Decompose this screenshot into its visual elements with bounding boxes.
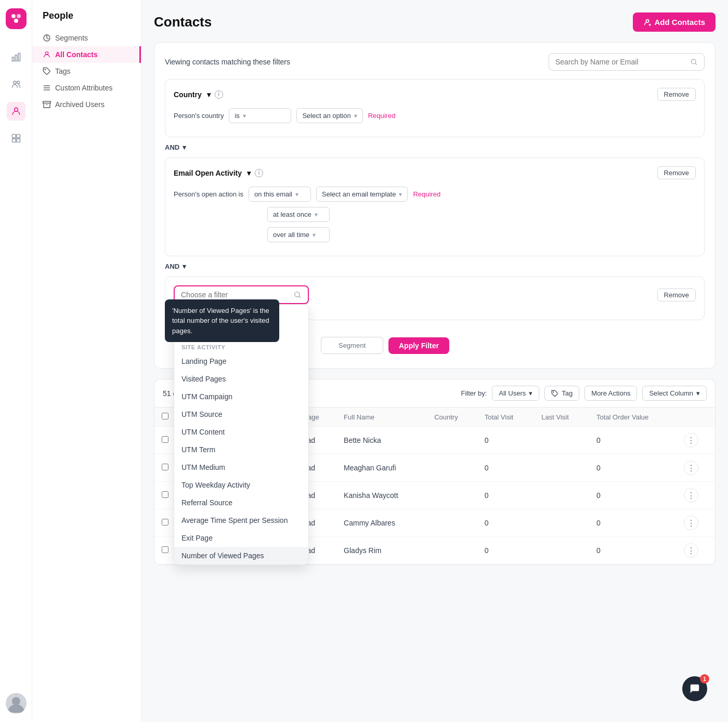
- more-actions-button[interactable]: More Actions: [584, 386, 637, 401]
- row-checkbox[interactable]: [162, 436, 168, 443]
- svg-rect-12: [16, 139, 20, 142]
- sidebar-title: People: [32, 10, 141, 30]
- col-full-name: Full Name: [336, 408, 427, 427]
- svg-line-26: [696, 63, 697, 65]
- nav-integrations-icon[interactable]: [7, 129, 25, 148]
- filter-by-label: Filter by:: [461, 389, 487, 397]
- dropdown-item-avg-time[interactable]: Average Time Spent per Session: [174, 511, 308, 529]
- nav-groups-icon[interactable]: [7, 75, 25, 94]
- filter-country-value-select[interactable]: Select an option ▾: [296, 108, 362, 123]
- row-checkbox[interactable]: [162, 491, 168, 498]
- filter-email-timeframe-select[interactable]: over all time ▾: [267, 227, 330, 242]
- filter-block-country-header: Country ▾ i Remove: [174, 88, 696, 101]
- svg-point-27: [295, 292, 300, 297]
- row-actions-button[interactable]: ⋮: [684, 543, 698, 558]
- add-contacts-button[interactable]: Add Contacts: [633, 12, 716, 32]
- svg-point-0: [11, 14, 16, 18]
- dropdown-item-top-weekday[interactable]: Top Weekday Activity: [174, 476, 308, 494]
- sidebar-item-segments[interactable]: Segments: [32, 30, 141, 46]
- col-total-order: Total Order Value: [589, 408, 677, 427]
- filter-country-row: Person's country is ▾ Select an option ▾…: [174, 108, 696, 123]
- dropdown-item-utm-content[interactable]: UTM Content: [174, 423, 308, 441]
- filter-dropdown-menu: Integrated Form Popup Form Site Activity…: [174, 304, 309, 565]
- svg-point-16: [45, 69, 45, 70]
- app-logo[interactable]: [6, 8, 27, 29]
- user-filter-select[interactable]: All Users ▾: [492, 386, 539, 401]
- dropdown-item-exit-page[interactable]: Exit Page: [174, 529, 308, 547]
- filter-area: Viewing contacts matching these filters …: [154, 42, 716, 369]
- filter-segment-button[interactable]: Segment: [321, 337, 383, 354]
- filter-new-remove-button[interactable]: Remove: [657, 288, 696, 301]
- sidebar-item-all-contacts[interactable]: All Contacts: [32, 46, 141, 63]
- sidebar-item-tags[interactable]: Tags: [32, 63, 141, 80]
- dropdown-item-utm-term[interactable]: UTM Term: [174, 441, 308, 458]
- filter-email-remove-button[interactable]: Remove: [657, 166, 696, 179]
- dropdown-item-utm-campaign[interactable]: UTM Campaign: [174, 388, 308, 405]
- row-checkbox[interactable]: [162, 519, 168, 526]
- row-checkbox[interactable]: [162, 464, 168, 470]
- dropdown-item-referral-source[interactable]: Referral Source: [174, 494, 308, 511]
- sidebar: People Segments All Contacts Tags Custom…: [32, 0, 141, 722]
- email-open-info-icon[interactable]: i: [255, 169, 263, 177]
- svg-point-7: [17, 81, 19, 84]
- select-column-button[interactable]: Select Column ▾: [642, 386, 707, 401]
- row-checkbox[interactable]: [162, 546, 168, 553]
- dropdown-item-viewed-pages[interactable]: Number of Viewed Pages: [174, 547, 308, 565]
- row-actions-button[interactable]: ⋮: [684, 516, 698, 530]
- filter-email-title: Email Open Activity ▾ i: [174, 169, 263, 177]
- svg-point-2: [14, 19, 18, 23]
- filter-block-email-header: Email Open Activity ▾ i Remove: [174, 166, 696, 179]
- select-all-checkbox[interactable]: [162, 413, 168, 419]
- col-country: Country: [427, 408, 477, 427]
- filter-country-condition-select[interactable]: is ▾: [229, 108, 291, 123]
- svg-point-29: [553, 391, 554, 392]
- tooltip: 'Number of Viewed Pages' is the total nu…: [165, 299, 279, 343]
- filter-email-action-select[interactable]: on this email ▾: [249, 187, 311, 202]
- page-title: Contacts: [154, 14, 212, 30]
- chat-notification-badge: 1: [700, 674, 709, 684]
- dropdown-item-visited-pages[interactable]: Visited Pages: [174, 370, 308, 388]
- filter-email-required-badge: Required: [413, 190, 440, 198]
- table-actions: Filter by: All Users ▾ Tag More Actions …: [461, 386, 707, 401]
- row-actions-button[interactable]: ⋮: [684, 488, 698, 503]
- row-actions-button[interactable]: ⋮: [684, 433, 698, 448]
- country-info-icon[interactable]: i: [215, 90, 223, 99]
- apply-filter-button[interactable]: Apply Filter: [388, 337, 449, 354]
- svg-rect-5: [18, 54, 20, 61]
- chat-widget-button[interactable]: 1: [682, 676, 707, 701]
- chevron-down-icon: ▾: [399, 191, 402, 198]
- filter-country-remove-button[interactable]: Remove: [657, 88, 696, 101]
- page-header: Contacts Add Contacts: [154, 12, 716, 32]
- chevron-down-icon: ▾: [313, 231, 316, 239]
- user-avatar[interactable]: [6, 693, 27, 714]
- chevron-down-icon: ▾: [696, 389, 700, 397]
- search-input[interactable]: [555, 58, 686, 66]
- and-connector-2[interactable]: AND ▾: [165, 262, 705, 270]
- svg-point-6: [14, 81, 16, 84]
- and-connector-1[interactable]: AND ▾: [165, 143, 705, 151]
- filter-country-title: Country ▾ i: [174, 90, 223, 99]
- row-actions-button[interactable]: ⋮: [684, 461, 698, 475]
- filter-email-timeframe-row: over all time ▾: [174, 227, 696, 242]
- nav-chart-icon[interactable]: [7, 48, 25, 67]
- col-last-visit: Last Visit: [534, 408, 589, 427]
- chevron-down-icon: ▾: [315, 211, 318, 218]
- nav-contacts-icon[interactable]: [7, 102, 25, 121]
- dropdown-item-utm-source[interactable]: UTM Source: [174, 405, 308, 423]
- search-box[interactable]: [549, 53, 705, 71]
- chevron-down-icon: ▾: [529, 389, 532, 397]
- svg-rect-9: [12, 135, 16, 138]
- sidebar-item-archived-users[interactable]: Archived Users: [32, 96, 141, 113]
- svg-rect-3: [12, 57, 14, 61]
- filter-search-input[interactable]: [181, 291, 289, 299]
- col-total-visit: Total Visit: [477, 408, 535, 427]
- dropdown-item-landing-page[interactable]: Landing Page: [174, 352, 308, 370]
- filter-email-template-select[interactable]: Select an email template ▾: [316, 187, 408, 202]
- svg-point-13: [12, 697, 20, 705]
- left-navigation: [0, 0, 32, 722]
- chevron-down-icon: ▾: [183, 143, 186, 151]
- dropdown-item-utm-medium[interactable]: UTM Medium: [174, 458, 308, 476]
- filter-email-frequency-select[interactable]: at least once ▾: [267, 207, 330, 222]
- tag-button[interactable]: Tag: [544, 386, 579, 401]
- sidebar-item-custom-attributes[interactable]: Custom Attributes: [32, 80, 141, 96]
